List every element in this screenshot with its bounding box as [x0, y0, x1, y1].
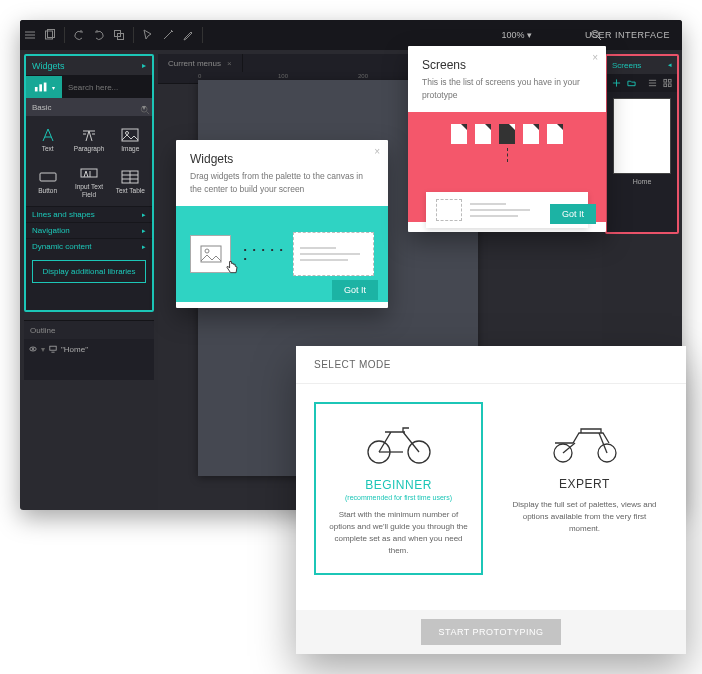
search-input[interactable] — [62, 77, 144, 99]
widgets-search[interactable] — [62, 76, 152, 98]
card-title: BEGINNER — [326, 478, 471, 492]
widget-button[interactable]: Button — [28, 162, 67, 202]
svg-rect-5 — [34, 87, 37, 91]
tooltip-subtitle: This is the list of screens you have in … — [408, 76, 606, 112]
eyedrop-icon[interactable] — [178, 20, 198, 50]
tooltip-subtitle: Drag widgets from the palette to the can… — [176, 170, 388, 206]
screens-panel: Screens ◂ Home — [605, 54, 679, 234]
bicycle-icon — [359, 418, 439, 466]
tooltip-title: Screens — [408, 46, 606, 76]
start-prototyping-button[interactable]: START PROTOTYPING — [421, 619, 562, 645]
chevron-left-icon[interactable]: ◂ — [668, 61, 672, 69]
tooltip-screens: × Screens This is the list of screens yo… — [408, 46, 606, 232]
grid-icon[interactable] — [663, 78, 672, 88]
category-basic-dropdown[interactable]: Basic — [26, 98, 152, 116]
plus-icon[interactable] — [612, 78, 621, 88]
widget-paragraph[interactable]: Paragraph — [69, 120, 108, 160]
list-icon[interactable] — [648, 78, 657, 88]
svg-rect-12 — [81, 169, 97, 177]
card-recommendation: (recommended for first time users) — [326, 494, 471, 501]
redo-icon[interactable] — [89, 20, 109, 50]
section-navigation[interactable]: Navigation — [26, 222, 152, 238]
pointer-icon[interactable] — [138, 20, 158, 50]
card-description: Display the full set of palettes, views … — [512, 499, 657, 535]
outline-panel: Outline ▾ "Home" — [24, 320, 154, 380]
cursor-hand-icon — [224, 259, 241, 277]
mode-option-beginner[interactable]: BEGINNER (recommended for first time use… — [314, 402, 483, 575]
screens-panel-toolbar — [607, 74, 677, 92]
svg-rect-7 — [43, 83, 46, 92]
outline-title: Outline — [24, 321, 154, 339]
screen-thumbnail-label: Home — [607, 178, 677, 185]
tooltip-title: Widgets — [176, 140, 388, 170]
screen-thumbnail-home[interactable] — [613, 98, 671, 174]
svg-point-14 — [30, 347, 36, 351]
card-description: Start with the minimum number of options… — [326, 509, 471, 557]
screen-icon — [49, 345, 57, 353]
svg-point-10 — [126, 131, 129, 134]
svg-rect-6 — [39, 84, 42, 91]
widget-text[interactable]: Text — [28, 120, 67, 160]
svg-point-15 — [32, 348, 34, 350]
svg-point-22 — [205, 249, 209, 253]
select-mode-dialog: SELECT MODE BEGINNER (recommended for fi… — [296, 346, 686, 654]
tooltip-widgets: × Widgets Drag widgets from the palette … — [176, 140, 388, 308]
folder-icon[interactable] — [627, 78, 636, 88]
tab-current-menus[interactable]: Current menus× — [158, 54, 243, 72]
widget-text-table[interactable]: Text Table — [111, 162, 150, 202]
eye-icon — [29, 345, 37, 353]
close-icon[interactable]: × — [227, 59, 232, 68]
svg-rect-19 — [664, 84, 667, 87]
widgets-panel: Widgets ▸ ▾ Basic Text Paragraph Image B… — [24, 54, 154, 312]
copy-icon[interactable] — [109, 20, 129, 50]
svg-rect-18 — [668, 79, 671, 82]
wand-icon[interactable] — [158, 20, 178, 50]
mode-option-expert[interactable]: EXPERT Display the full set of palettes,… — [501, 402, 668, 575]
svg-rect-16 — [50, 346, 56, 350]
close-icon[interactable]: × — [374, 146, 380, 157]
section-lines-and-shapes[interactable]: Lines and shapes — [26, 206, 152, 222]
widgets-panel-title: Widgets — [26, 61, 65, 71]
card-title: EXPERT — [512, 477, 657, 491]
svg-rect-17 — [664, 79, 667, 82]
close-icon[interactable]: × — [592, 52, 598, 63]
tooltip-illustration: • • • • • • — [190, 231, 374, 277]
dialog-title: SELECT MODE — [296, 346, 686, 384]
widget-input-text-field[interactable]: Input Text Field — [69, 162, 108, 202]
section-dynamic-content[interactable]: Dynamic content — [26, 238, 152, 254]
outline-item-home[interactable]: ▾ "Home" — [24, 339, 154, 359]
screens-panel-title: Screens — [607, 61, 641, 70]
widget-image[interactable]: Image — [111, 120, 150, 160]
got-it-button[interactable]: Got It — [332, 280, 378, 300]
got-it-button[interactable]: Got It — [550, 204, 596, 224]
widgets-grid: Text Paragraph Image Button Input Text F… — [26, 116, 152, 206]
motorcycle-icon — [545, 417, 625, 465]
files-icon[interactable] — [40, 20, 60, 50]
view-mode-chart-icon[interactable]: ▾ — [26, 76, 62, 98]
svg-rect-20 — [668, 84, 671, 87]
chevron-right-icon[interactable]: ▸ — [142, 61, 146, 70]
display-additional-libraries-button[interactable]: Display additional libraries — [32, 260, 146, 283]
svg-rect-11 — [40, 173, 56, 181]
hamburger-icon[interactable] — [20, 20, 40, 50]
svg-rect-9 — [122, 129, 138, 141]
undo-icon[interactable] — [69, 20, 89, 50]
